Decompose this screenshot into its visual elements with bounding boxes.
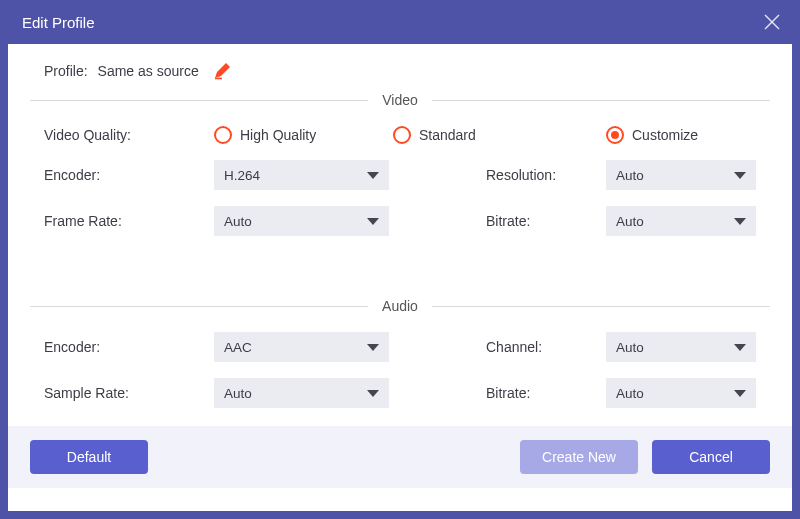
spacer [30,236,770,296]
button-label: Create New [542,449,616,465]
chevron-down-icon [734,172,746,179]
video-resolution-select[interactable]: Auto [606,160,756,190]
select-value: H.264 [224,168,367,183]
chevron-down-icon [367,344,379,351]
audio-samplerate-label: Sample Rate: [44,385,214,401]
chevron-down-icon [734,344,746,351]
video-section-header: Video [30,92,770,108]
window-title: Edit Profile [22,14,95,31]
select-value: AAC [224,340,367,355]
video-encoder-label: Encoder: [44,167,214,183]
select-value: Auto [616,168,734,183]
audio-encoder-label: Encoder: [44,339,214,355]
profile-value: Same as source [98,63,199,79]
audio-section-header: Audio [30,298,770,314]
audio-samplerate-select[interactable]: Auto [214,378,389,408]
edit-profile-icon[interactable] [213,62,231,80]
radio-label: Standard [419,127,476,143]
video-framerate-label: Frame Rate: [44,213,214,229]
video-resolution-label: Resolution: [476,167,606,183]
select-value: Auto [616,340,734,355]
close-icon[interactable] [762,12,782,32]
audio-channel-select[interactable]: Auto [606,332,756,362]
radio-icon [606,126,624,144]
video-quality-row: Video Quality: High Quality Standard [44,126,756,144]
content: Profile: Same as source Video Video Qual… [8,44,792,511]
video-section: Video Quality: High Quality Standard [30,108,770,236]
video-encoder-select[interactable]: H.264 [214,160,389,190]
button-label: Cancel [689,449,733,465]
radio-high-quality[interactable]: High Quality [214,126,316,144]
profile-label: Profile: [44,63,88,79]
audio-channel-label: Channel: [476,339,606,355]
divider [432,100,770,101]
video-quality-label: Video Quality: [44,127,214,143]
radio-label: High Quality [240,127,316,143]
video-framerate-select[interactable]: Auto [214,206,389,236]
divider [432,306,770,307]
default-button[interactable]: Default [30,440,148,474]
audio-grid: Encoder: AAC Channel: Auto Sample Rate: … [44,332,756,408]
audio-bitrate-label: Bitrate: [476,385,606,401]
video-bitrate-label: Bitrate: [476,213,606,229]
audio-encoder-select[interactable]: AAC [214,332,389,362]
chevron-down-icon [734,390,746,397]
profile-row: Profile: Same as source [30,62,770,90]
radio-label: Customize [632,127,698,143]
video-grid: Encoder: H.264 Resolution: Auto Frame Ra… [44,160,756,236]
select-value: Auto [224,214,367,229]
video-bitrate-select[interactable]: Auto [606,206,756,236]
footer: Default Create New Cancel [8,426,792,488]
audio-section-label: Audio [382,298,418,314]
create-new-button[interactable]: Create New [520,440,638,474]
radio-customize[interactable]: Customize [606,126,698,144]
titlebar: Edit Profile [8,0,792,44]
select-value: Auto [616,214,734,229]
chevron-down-icon [367,390,379,397]
button-label: Default [67,449,111,465]
radio-icon [214,126,232,144]
divider [30,306,368,307]
chevron-down-icon [734,218,746,225]
audio-section: Encoder: AAC Channel: Auto Sample Rate: … [30,314,770,408]
chevron-down-icon [367,172,379,179]
cancel-button[interactable]: Cancel [652,440,770,474]
audio-bitrate-select[interactable]: Auto [606,378,756,408]
select-value: Auto [224,386,367,401]
video-section-label: Video [382,92,418,108]
radio-standard[interactable]: Standard [393,126,476,144]
chevron-down-icon [367,218,379,225]
radio-icon [393,126,411,144]
select-value: Auto [616,386,734,401]
divider [30,100,368,101]
window: Edit Profile Profile: Same as source Vid… [0,0,800,519]
